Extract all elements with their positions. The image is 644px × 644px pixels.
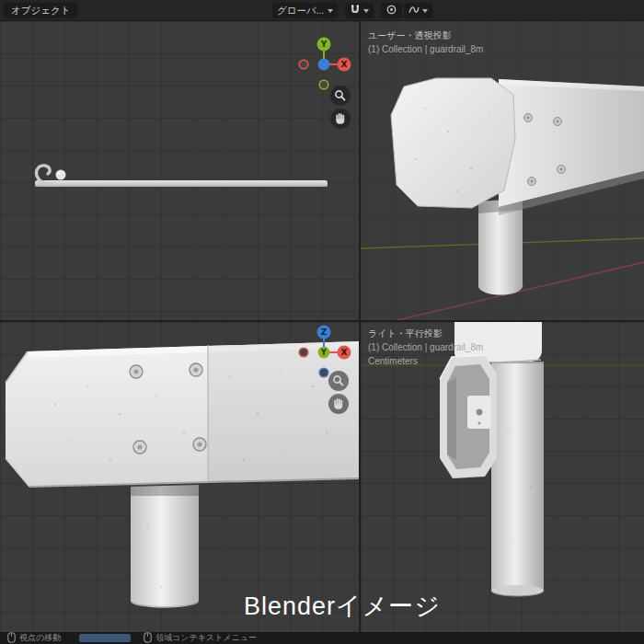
- chevron-down-icon: [328, 9, 333, 13]
- mouse-icon: [7, 632, 16, 644]
- image-caption: Blenderイメージ: [20, 590, 644, 623]
- status-bar: 視点の移動 領域コンテキストメニュー: [0, 632, 644, 644]
- navigation-gizmo[interactable]: Y X: [299, 38, 351, 89]
- viewport-front-ortho[interactable]: Y X: [0, 21, 359, 320]
- viewport-closeup-canvas: Z X Y: [0, 322, 359, 632]
- status-highlight: [79, 634, 131, 642]
- mode-dropdown[interactable]: オブジェクト: [4, 3, 77, 18]
- proportional-circle-icon: [385, 4, 397, 17]
- proportional-falloff-dropdown[interactable]: [404, 3, 432, 18]
- viewport-right-ortho[interactable]: ライト・平行投影 (1) Collection | guardrail_8m C…: [361, 322, 644, 632]
- status-hint-context: 領域コンテキストメニュー: [144, 632, 257, 644]
- hand-icon[interactable]: [328, 394, 349, 414]
- guardrail-beam: [6, 341, 359, 487]
- hand-icon[interactable]: [330, 109, 351, 129]
- gizmo-neg-z-ball: [319, 368, 328, 377]
- viewport-info-label: ユーザー・透視投影 (1) Collection | guardrail_8m: [368, 29, 483, 56]
- header-controls: グローバ...: [272, 3, 432, 18]
- gizmo-z-label: Z: [321, 328, 328, 337]
- view-mode-label: ユーザー・透視投影: [368, 29, 483, 42]
- status-hint-view: 視点の移動: [7, 632, 61, 644]
- gizmo-y-label: Y: [320, 349, 327, 357]
- view-mode-label: ライト・平行投影: [368, 327, 483, 340]
- proportional-editing-button[interactable]: [381, 3, 402, 18]
- snap-magnet-button[interactable]: [345, 3, 374, 18]
- viewport-header-bar: オブジェクト グローバ...: [0, 0, 644, 21]
- gizmo-neg-y-ball: [319, 80, 328, 89]
- gizmo-x-label: X: [341, 348, 348, 357]
- guardrail-side-view: [35, 166, 328, 187]
- gizmo-x-label: X: [341, 60, 348, 69]
- gizmo-y-label: Y: [320, 40, 328, 49]
- status-hint-context-label: 領域コンテキストメニュー: [155, 632, 257, 644]
- status-hint-view-label: 視点の移動: [19, 632, 61, 644]
- zoom-icon[interactable]: [330, 86, 351, 106]
- falloff-curve-icon: [408, 4, 420, 17]
- mode-dropdown-label: オブジェクト: [11, 5, 70, 16]
- viewport-persp-canvas: [361, 21, 644, 320]
- chevron-down-icon: [363, 9, 369, 13]
- collection-label: (1) Collection | guardrail_8m: [368, 340, 483, 354]
- viewport-right-canvas: [361, 322, 644, 632]
- gizmo-neg-x-ball: [299, 60, 308, 69]
- viewport-user-persp[interactable]: ユーザー・透視投影 (1) Collection | guardrail_8m: [361, 21, 644, 320]
- collection-label: (1) Collection | guardrail_8m: [368, 42, 483, 56]
- gizmo-z-ball: [318, 59, 330, 71]
- rail-end-ball: [56, 170, 66, 180]
- transform-orientation-dropdown[interactable]: グローバ...: [272, 3, 338, 18]
- guardrail-beam: [391, 78, 644, 215]
- viewport-info-label: ライト・平行投影 (1) Collection | guardrail_8m C…: [368, 327, 483, 368]
- viewport-closeup[interactable]: Z X Y: [0, 322, 359, 632]
- blender-window: オブジェクト グローバ...: [0, 0, 644, 644]
- guardrail-bracket: [440, 355, 497, 478]
- zoom-icon[interactable]: [328, 371, 349, 391]
- mouse-icon: [144, 632, 152, 644]
- chevron-down-icon: [422, 9, 428, 13]
- viewport-front-canvas: Y X: [0, 21, 359, 320]
- guardrail-post: [491, 362, 544, 596]
- units-label: Centimeters: [368, 354, 483, 368]
- magnet-icon: [350, 4, 361, 17]
- gizmo-neg-x-ball: [299, 348, 308, 357]
- transform-orientation-label: グローバ...: [277, 5, 325, 17]
